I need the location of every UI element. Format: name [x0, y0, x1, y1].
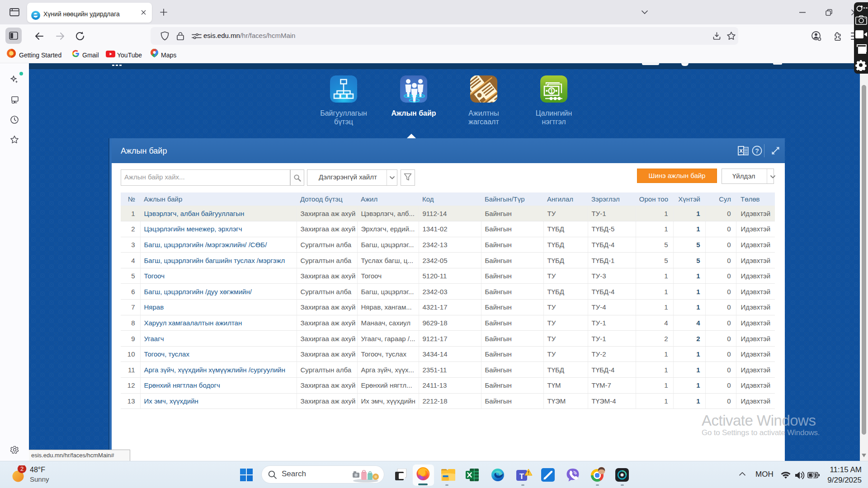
- svg-text:2: 2: [20, 465, 24, 472]
- svg-text:!: !: [528, 470, 529, 475]
- svg-text:?: ?: [755, 147, 759, 155]
- svg-text:1: 1: [550, 88, 553, 94]
- svg-text:X: X: [739, 148, 743, 154]
- svg-text:T: T: [519, 472, 524, 481]
